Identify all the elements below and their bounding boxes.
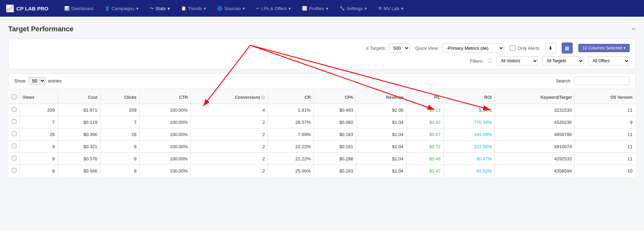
- nav-item-campaigns[interactable]: 👤 Campaigns ▾: [100, 3, 144, 14]
- download-button[interactable]: ⬇: [545, 42, 556, 54]
- lps-icon: ↩: [256, 6, 260, 11]
- table-row: 209 $1.971 209 100.00% 4 1.91% $0.493 $2…: [9, 104, 636, 116]
- th-os-version[interactable]: OS Version: [575, 91, 636, 104]
- cell-cpa: $0.161: [313, 141, 356, 153]
- collapse-button[interactable]: −: [631, 25, 636, 33]
- cell-cr: 25.00%: [268, 165, 314, 177]
- table-row: 8 $0.566 8 100.00% 2 25.00% $0.283 $1.04…: [9, 165, 636, 177]
- th-os-version-label: OS Version: [610, 95, 633, 100]
- data-table: Views Cost Clicks CTR Conversions ⓘ CR: [8, 91, 636, 177]
- columns-selected-button[interactable]: 12 Columns Selected ▾: [578, 44, 630, 52]
- cell-clicks: 8: [100, 165, 139, 177]
- cell-ctr: 100.00%: [139, 104, 190, 116]
- cell-pl: $0.92: [406, 116, 443, 128]
- table-head: Views Cost Clicks CTR Conversions ⓘ CR: [9, 91, 636, 104]
- row-checkbox-5[interactable]: [12, 168, 16, 173]
- row-checkbox-1[interactable]: [12, 119, 16, 124]
- table-row: 9 $0.576 9 100.00% 2 22.22% $0.288 $1.04…: [9, 153, 636, 165]
- th-views[interactable]: Views: [20, 91, 58, 104]
- targets-select[interactable]: 500: [389, 43, 410, 53]
- cell-clicks: 7: [100, 116, 139, 128]
- visitors-filter-select[interactable]: All Visitors: [496, 56, 538, 65]
- th-keyword[interactable]: Keyword/Target: [495, 91, 574, 104]
- nav-item-settings[interactable]: 🔧 Settings ▾: [335, 3, 372, 14]
- sources-dropdown-icon: ▾: [243, 6, 245, 11]
- show-label: Show: [14, 78, 26, 83]
- quick-view-label: Quick View:: [415, 46, 439, 51]
- cell-ctr: 100.00%: [139, 128, 190, 141]
- row-checkbox-0[interactable]: [12, 107, 16, 112]
- row-checkbox-2[interactable]: [12, 132, 16, 136]
- cell-cost: $1.971: [58, 104, 100, 116]
- th-cr[interactable]: CR: [268, 91, 314, 104]
- logo[interactable]: 📈 CP LAB PRO: [6, 4, 48, 13]
- th-ctr[interactable]: CTR: [139, 91, 190, 104]
- th-clicks[interactable]: Clicks: [100, 91, 139, 104]
- cell-clicks: 26: [100, 128, 139, 141]
- filters-label: Filters:: [470, 58, 483, 64]
- nav-item-lps-offers[interactable]: ↩ LPs & Offers ▾: [251, 3, 296, 14]
- th-pl[interactable]: P/L: [406, 91, 443, 104]
- th-roi[interactable]: ROI: [443, 91, 495, 104]
- cell-roi: 5.54%: [443, 104, 495, 116]
- th-views-label: Views: [23, 95, 34, 100]
- only-alerts-group: Only Alerts: [510, 45, 539, 51]
- cell-os-version: 11: [575, 141, 636, 153]
- nav-label-stats: Stats: [156, 6, 166, 11]
- cell-revenue: $1.04: [356, 153, 407, 165]
- nav-item-profiles[interactable]: ⬜ Profiles ▾: [297, 3, 333, 14]
- nav-label-mvlab: MV Lab: [384, 6, 399, 11]
- cell-views: 8: [20, 165, 58, 177]
- lps-dropdown-icon: ▾: [288, 6, 291, 11]
- cell-os-version: 11: [575, 128, 636, 141]
- row-checkbox-cell: [9, 165, 20, 177]
- cell-views: 209: [20, 104, 58, 116]
- th-roi-label: ROI: [484, 95, 492, 100]
- row-checkbox-cell: [9, 153, 20, 165]
- only-alerts-checkbox[interactable]: [510, 45, 515, 51]
- columns-dropdown-icon: ▾: [623, 46, 626, 50]
- nav-item-dashboard[interactable]: 📊 Dashboard: [59, 3, 98, 14]
- quick-view-select[interactable]: -Primary Metrics (de): [442, 43, 504, 53]
- th-revenue[interactable]: Revenue: [356, 91, 407, 104]
- targets-filter-select[interactable]: All Targets: [542, 56, 584, 65]
- cell-pl: $0.46: [406, 153, 443, 165]
- cell-cost: $0.566: [58, 165, 100, 177]
- th-checkbox: [9, 91, 20, 104]
- cell-revenue: $1.04: [356, 165, 407, 177]
- offers-filter-select[interactable]: All Offers: [588, 56, 630, 65]
- search-input[interactable]: [574, 77, 630, 85]
- show-entries: Show 50 entries: [14, 77, 62, 85]
- select-all-checkbox[interactable]: [12, 95, 16, 99]
- view-toggle-button[interactable]: ▦: [562, 42, 573, 54]
- row-checkbox-cell: [9, 116, 20, 128]
- cell-views: 9: [20, 141, 58, 153]
- table-header-row: Show 50 entries Search:: [8, 73, 636, 88]
- cell-views: 7: [20, 116, 58, 128]
- dashboard-icon: 📊: [64, 6, 70, 11]
- nav-item-mvlab[interactable]: ⚙ MV Lab ▾: [373, 3, 408, 14]
- table-header-row-tr: Views Cost Clicks CTR Conversions ⓘ CR: [9, 91, 636, 104]
- cell-cpa: $0.060: [313, 116, 356, 128]
- th-cost[interactable]: Cost: [58, 91, 100, 104]
- cell-conversions: 2: [191, 141, 268, 153]
- entries-select[interactable]: 50: [28, 77, 46, 85]
- th-conversions-label: Conversions: [235, 95, 260, 100]
- nav-item-sources[interactable]: 🌐 Sources ▾: [212, 3, 250, 14]
- th-conversions[interactable]: Conversions ⓘ: [191, 91, 268, 104]
- row-checkbox-4[interactable]: [12, 156, 16, 160]
- cell-cpa: $0.183: [313, 128, 356, 141]
- nav-item-stats[interactable]: 〜 Stats ▾: [145, 3, 175, 14]
- th-ctr-label: CTR: [179, 95, 188, 100]
- nav-item-trends[interactable]: 📋 Trends ▾: [176, 3, 211, 14]
- row-checkbox-3[interactable]: [12, 144, 16, 148]
- th-cpa[interactable]: CPA: [313, 91, 356, 104]
- cell-cost: $0.321: [58, 141, 100, 153]
- cell-conversions: 2: [191, 153, 268, 165]
- nav-label-profiles: Profiles: [309, 6, 324, 11]
- conversions-info-icon: ⓘ: [261, 96, 265, 99]
- logo-icon: 📈: [6, 4, 14, 13]
- nav-label-settings: Settings: [347, 6, 363, 11]
- cell-ctr: 100.00%: [139, 153, 190, 165]
- th-keyword-label: Keyword/Target: [540, 95, 572, 100]
